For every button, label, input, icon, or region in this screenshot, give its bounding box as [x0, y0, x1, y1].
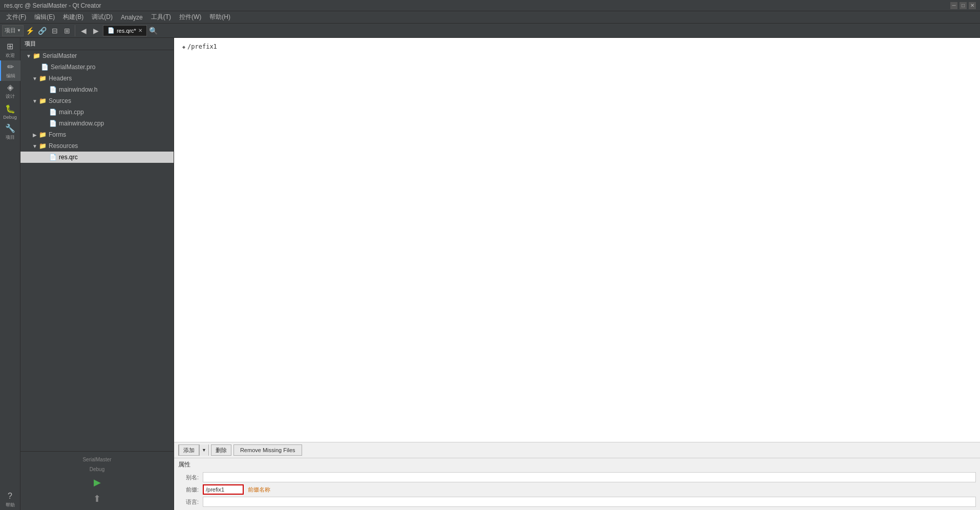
folder-icon-headers: 📁 — [39, 75, 47, 82]
tree-label-res-qrc: res.qrc — [59, 154, 78, 161]
project-icon: 🔧 — [5, 123, 15, 133]
tree-item-mainwindow-h[interactable]: 📄 mainwindow.h — [20, 84, 174, 95]
window-controls[interactable]: ─ □ ✕ — [950, 2, 976, 9]
menu-edit[interactable]: 编辑(E) — [30, 12, 59, 23]
project-dropdown-arrow: ▼ — [17, 28, 21, 33]
tree-label-pro: SerialMaster.pro — [51, 63, 95, 71]
tree-label-headers: Headers — [49, 75, 72, 82]
sidebar-welcome[interactable]: ⊞ 欢迎 — [0, 40, 20, 60]
tree-item-serialmaster[interactable]: ▼ 📁 SerialMaster — [20, 50, 174, 61]
tree-item-mainwindow-cpp[interactable]: 📄 mainwindow.cpp — [20, 118, 174, 129]
prefix-input[interactable] — [203, 484, 244, 495]
tree-label-serialmaster: SerialMaster — [42, 52, 77, 59]
tree-label-resources: Resources — [49, 142, 78, 150]
tree-item-headers[interactable]: ▼ 📁 Headers — [20, 73, 174, 84]
sidebar-help[interactable]: ? 帮助 — [0, 490, 20, 510]
menu-controls[interactable]: 控件(W) — [175, 12, 205, 23]
editor-area: ◆ /prefix1 — [174, 38, 980, 442]
alias-row: 别名: — [178, 471, 976, 483]
design-label: 设计 — [6, 93, 15, 100]
sidebar-debug[interactable]: 🐛 Debug — [0, 101, 20, 122]
welcome-label: 欢迎 — [6, 52, 15, 59]
minimize-button[interactable]: ─ — [950, 2, 957, 9]
tree-item-resources[interactable]: ▼ 📁 Resources — [20, 140, 174, 152]
sidebar-design[interactable]: ◈ 设计 — [0, 81, 20, 101]
arrow-sources: ▼ — [32, 98, 38, 104]
prefix-row: 前缀: 前缀名称 — [178, 483, 976, 496]
nav-back-btn[interactable]: ◀ — [78, 25, 90, 36]
menu-analyze[interactable]: Analyze — [117, 13, 147, 22]
properties-section: 属性 别名: 前缀: 前缀名称 语言: — [174, 458, 980, 510]
project-name-label: SerialMaster — [78, 456, 115, 463]
tree-item-main-cpp[interactable]: 📄 main.cpp — [20, 107, 174, 118]
tree-item-serialmaster-pro[interactable]: 📄 SerialMaster.pro — [20, 61, 174, 73]
expand-btn[interactable]: ⊞ — [61, 25, 73, 36]
remove-missing-button[interactable]: Remove Missing Files — [233, 444, 302, 456]
add-button-group[interactable]: 添加 ▼ — [178, 444, 209, 456]
tree-label-sources: Sources — [49, 97, 71, 104]
remove-button[interactable]: 删除 — [211, 444, 231, 456]
tab-close-btn[interactable]: ✕ — [138, 28, 142, 33]
add-dropdown-arrow[interactable]: ▼ — [199, 444, 208, 456]
debug-label: Debug — [3, 115, 17, 120]
title-text: res.qrc @ SerialMaster - Qt Creator — [4, 2, 101, 9]
pro-file-icon: 📄 — [41, 63, 49, 71]
alias-label: 别名: — [178, 474, 199, 481]
prefix-item[interactable]: ◆ /prefix1 — [178, 42, 976, 51]
tree-label-mainwindow-cpp: mainwindow.cpp — [59, 120, 104, 127]
folder-icon-resources: 📁 — [39, 142, 47, 150]
sidebar-edit[interactable]: ✏ 编辑 — [0, 60, 20, 81]
language-input[interactable] — [203, 497, 976, 507]
menu-build[interactable]: 构建(B) — [59, 12, 88, 23]
tab-res-qrc[interactable]: 📄 res.qrc* ✕ — [103, 25, 147, 36]
project-dropdown[interactable]: 项目 ▼ — [2, 25, 24, 36]
tree-label-forms: Forms — [49, 131, 66, 138]
add-button[interactable]: 添加 — [179, 444, 199, 456]
sidebar-icons: ⊞ 欢迎 ✏ 编辑 ◈ 设计 🐛 Debug 🔧 项目 ? 帮助 — [0, 38, 20, 510]
edit-label: 编辑 — [6, 73, 15, 79]
tree-label-main-cpp: main.cpp — [59, 109, 84, 116]
folder-icon-forms: 📁 — [39, 131, 47, 138]
filter-btn[interactable]: ⚡ — [25, 25, 36, 36]
bottom-panel: 添加 ▼ 删除 Remove Missing Files 属性 别名: 前缀: … — [174, 442, 980, 510]
tree-item-sources[interactable]: ▼ 📁 Sources — [20, 95, 174, 107]
arrow-serialmaster: ▼ — [26, 53, 32, 59]
tab-icon: 📄 — [108, 27, 115, 34]
menu-help[interactable]: 帮助(H) — [205, 12, 235, 23]
help-label: 帮助 — [6, 502, 15, 508]
project-tree: ▼ 📁 SerialMaster 📄 SerialMaster.pro ▼ 📁 … — [20, 50, 174, 451]
language-row: 语言: — [178, 496, 976, 508]
close-button[interactable]: ✕ — [969, 2, 976, 9]
edit-icon: ✏ — [7, 62, 14, 72]
nav-forward-btn[interactable]: ▶ — [91, 25, 102, 36]
tab-label: res.qrc* — [117, 28, 136, 34]
sync-btn[interactable]: 🔗 — [37, 25, 48, 36]
menu-tools[interactable]: 工具(T) — [147, 12, 175, 23]
debug-mode-label: Debug — [86, 465, 109, 473]
tree-item-res-qrc[interactable]: 📄 res.qrc — [20, 152, 174, 163]
welcome-icon: ⊞ — [7, 41, 13, 51]
tree-item-forms[interactable]: ▶ 📁 Forms — [20, 129, 174, 140]
arrow-resources: ▼ — [32, 143, 38, 149]
sidebar-project[interactable]: 🔧 项目 — [0, 122, 20, 142]
maximize-button[interactable]: □ — [960, 2, 967, 9]
alias-input[interactable] — [203, 472, 976, 482]
quick-open-btn[interactable]: 🔍 — [148, 25, 159, 36]
prefix-label-text: 前缀: — [178, 486, 199, 494]
deploy-button[interactable]: ⬆ — [89, 492, 105, 506]
help-icon: ? — [8, 492, 12, 501]
menu-file[interactable]: 文件(F) — [2, 12, 30, 23]
arrow-headers: ▼ — [32, 76, 38, 81]
menu-debug[interactable]: 调试(D) — [88, 12, 117, 23]
prefix-icon: ◆ — [182, 44, 185, 50]
title-bar: res.qrc @ SerialMaster - Qt Creator ─ □ … — [0, 0, 980, 11]
run-button[interactable]: ▶ — [89, 475, 105, 490]
main-content: ⊞ 欢迎 ✏ 编辑 ◈ 设计 🐛 Debug 🔧 项目 ? 帮助 项目 — [0, 38, 980, 510]
menu-bar: 文件(F) 编辑(E) 构建(B) 调试(D) Analyze 工具(T) 控件… — [0, 11, 980, 24]
h-file-icon: 📄 — [49, 86, 57, 93]
project-label: 项目 — [6, 134, 15, 141]
folder-icon-sources: 📁 — [39, 97, 47, 104]
project-panel-header: 项目 — [20, 38, 174, 50]
bottom-toolbar: 添加 ▼ 删除 Remove Missing Files — [174, 442, 980, 458]
collapse-btn[interactable]: ⊟ — [49, 25, 60, 36]
